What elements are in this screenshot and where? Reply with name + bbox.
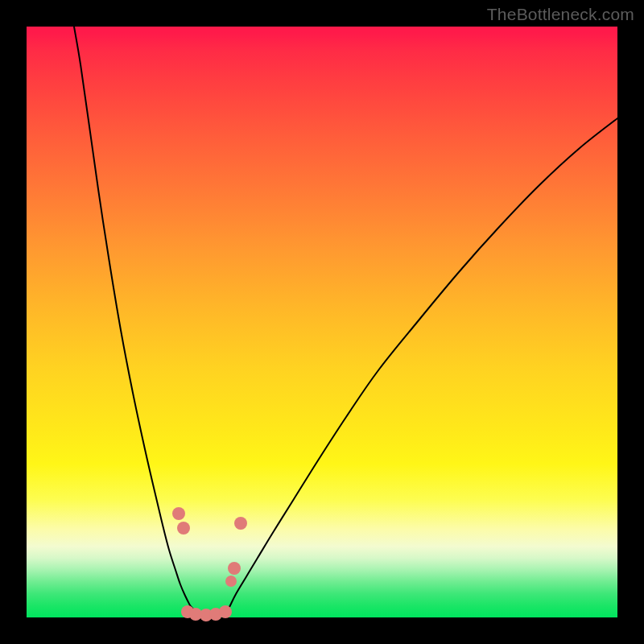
- data-marker: [225, 576, 237, 587]
- marker-group: [172, 507, 247, 621]
- chart-svg: [0, 0, 644, 644]
- data-marker: [234, 517, 247, 530]
- data-marker: [219, 605, 232, 618]
- curve-group: [74, 27, 617, 613]
- chart-frame: TheBottleneck.com: [0, 0, 644, 644]
- data-marker: [177, 522, 190, 535]
- left-curve: [74, 27, 190, 605]
- right-curve: [230, 118, 617, 605]
- data-marker: [172, 507, 185, 520]
- data-marker: [228, 562, 241, 575]
